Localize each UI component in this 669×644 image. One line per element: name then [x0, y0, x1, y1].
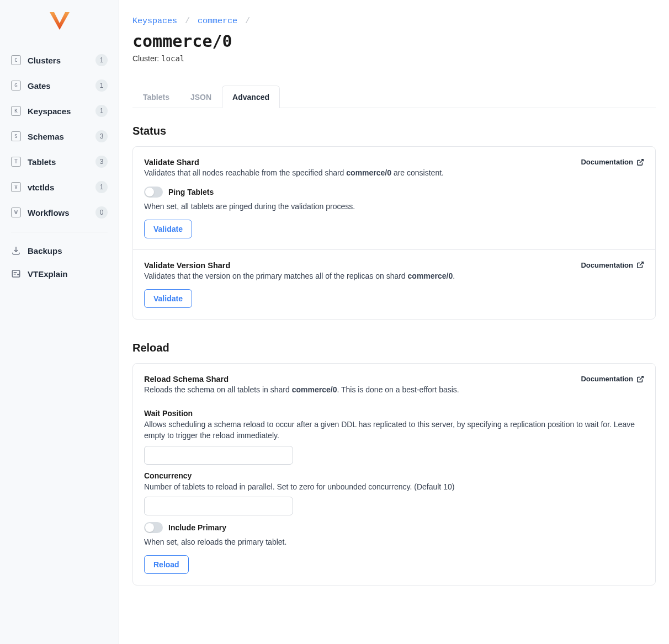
include-primary-label: Include Primary [168, 523, 226, 532]
sidebar-item-label: Backups [28, 246, 108, 256]
sidebar-item-keyspaces[interactable]: K Keyspaces 1 [11, 98, 108, 124]
validate-version-title: Validate Version Shard [144, 261, 455, 270]
external-link-icon [636, 375, 644, 383]
external-link-icon [636, 158, 644, 166]
cluster-line: Cluster: local [132, 54, 656, 63]
validate-shard-card: Validate Shard Validates that all nodes … [133, 147, 655, 249]
count-badge: 0 [95, 206, 108, 219]
schemas-icon: S [11, 131, 21, 141]
sidebar-item-workflows[interactable]: W Workflows 0 [11, 200, 108, 225]
concurrency-help: Number of tablets to reload in parallel.… [144, 481, 644, 492]
explain-icon [11, 269, 21, 279]
sidebar-item-label: Tablets [28, 157, 95, 167]
ping-tablets-label: Ping Tablets [168, 188, 214, 196]
validate-shard-button[interactable]: Validate [144, 220, 192, 238]
sidebar-item-label: Keyspaces [28, 107, 95, 116]
vitess-logo-icon [49, 11, 71, 31]
wait-position-input[interactable] [144, 446, 293, 465]
reload-card-group: Reload Schema Shard Reloads the schema o… [132, 363, 656, 586]
sidebar-item-label: VTExplain [28, 269, 108, 279]
breadcrumb-keyspaces[interactable]: Keyspaces [132, 17, 177, 26]
sidebar-item-gates[interactable]: G Gates 1 [11, 73, 108, 98]
count-badge: 1 [95, 181, 108, 193]
count-badge: 1 [95, 105, 108, 117]
secondary-nav: Backups VTExplain [0, 239, 119, 285]
concurrency-input[interactable] [144, 497, 293, 515]
sidebar-item-label: vtctlds [28, 183, 95, 192]
gates-icon: G [11, 81, 21, 91]
validate-version-desc: Validates that the version on the primar… [144, 271, 455, 282]
logo [0, 11, 119, 47]
status-card-group: Validate Shard Validates that all nodes … [132, 146, 656, 320]
reload-button[interactable]: Reload [144, 555, 189, 574]
cluster-label: Cluster: [132, 54, 161, 63]
reload-heading: Reload [132, 342, 656, 354]
count-badge: 1 [95, 54, 108, 66]
main-content: Keyspaces / commerce / commerce/0 Cluste… [119, 0, 669, 644]
count-badge: 3 [95, 130, 108, 142]
sidebar-item-label: Clusters [28, 56, 95, 65]
tabs: Tablets JSON Advanced [132, 85, 656, 108]
external-link-icon [636, 261, 644, 269]
sidebar-item-vtctlds[interactable]: V vtctlds 1 [11, 174, 108, 200]
sidebar-item-schemas[interactable]: S Schemas 3 [11, 124, 108, 149]
count-badge: 1 [95, 79, 108, 92]
include-primary-help: When set, also reloads the primary table… [144, 536, 644, 547]
ping-tablets-help: When set, all tablets are pinged during … [144, 201, 644, 212]
cluster-value: local [161, 54, 184, 63]
sidebar: C Clusters 1 G Gates 1 K Keyspaces 1 S S… [0, 0, 119, 644]
wait-position-label: Wait Position [144, 409, 644, 418]
nav-divider [11, 232, 108, 232]
primary-nav: C Clusters 1 G Gates 1 K Keyspaces 1 S S… [0, 47, 119, 225]
validate-version-doc-link[interactable]: Documentation [581, 261, 644, 269]
tablets-icon: T [11, 157, 21, 167]
reload-schema-card: Reload Schema Shard Reloads the schema o… [133, 364, 655, 585]
download-icon [11, 246, 21, 256]
validate-shard-desc: Validates that all nodes reachable from … [144, 168, 444, 179]
validate-shard-doc-link[interactable]: Documentation [581, 158, 644, 166]
breadcrumb-sep: / [245, 17, 250, 26]
workflows-icon: W [11, 207, 21, 217]
sidebar-item-tablets[interactable]: T Tablets 3 [11, 149, 108, 174]
wait-position-help: Allows scheduling a schema reload to occ… [144, 419, 644, 441]
sidebar-item-label: Gates [28, 81, 95, 91]
svg-rect-0 [12, 270, 20, 277]
count-badge: 3 [95, 156, 108, 168]
sidebar-item-backups[interactable]: Backups [11, 239, 108, 262]
ping-tablets-toggle[interactable] [144, 187, 163, 198]
concurrency-label: Concurrency [144, 471, 644, 480]
page-title: commerce/0 [132, 31, 656, 51]
breadcrumb-sep: / [185, 17, 190, 26]
sidebar-item-label: Workflows [28, 208, 95, 217]
reload-schema-title: Reload Schema Shard [144, 375, 459, 384]
sidebar-item-vtexplain[interactable]: VTExplain [11, 262, 108, 285]
status-heading: Status [132, 125, 656, 137]
sidebar-item-label: Schemas [28, 132, 95, 141]
vtctlds-icon: V [11, 182, 21, 192]
reload-schema-desc: Reloads the schema on all tablets in sha… [144, 385, 459, 396]
tab-tablets[interactable]: Tablets [132, 86, 180, 108]
tab-json[interactable]: JSON [180, 86, 222, 108]
validate-version-button[interactable]: Validate [144, 289, 192, 308]
validate-version-card: Validate Version Shard Validates that th… [133, 249, 655, 320]
validate-shard-title: Validate Shard [144, 158, 444, 167]
clusters-icon: C [11, 55, 21, 65]
keyspaces-icon: K [11, 106, 21, 116]
sidebar-item-clusters[interactable]: C Clusters 1 [11, 47, 108, 73]
tab-advanced[interactable]: Advanced [222, 86, 280, 108]
breadcrumb: Keyspaces / commerce / [132, 17, 656, 26]
reload-schema-doc-link[interactable]: Documentation [581, 375, 644, 383]
include-primary-toggle[interactable] [144, 522, 163, 533]
breadcrumb-commerce[interactable]: commerce [198, 17, 237, 26]
